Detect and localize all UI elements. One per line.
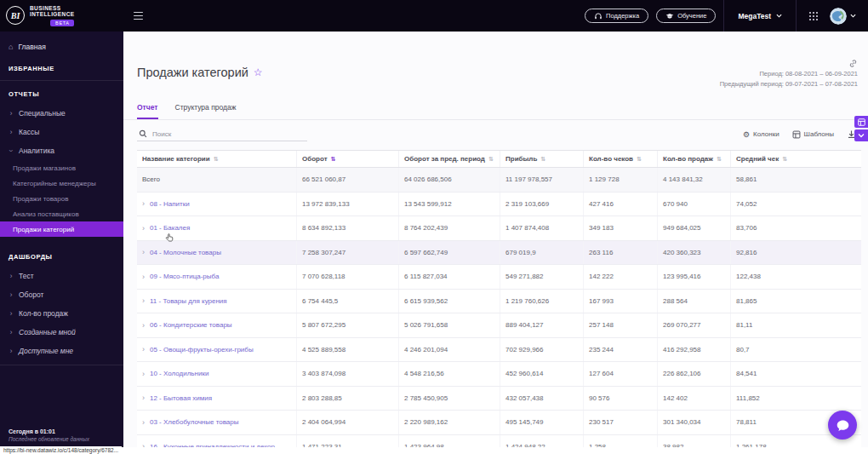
sort-icon[interactable]: ⇅ bbox=[214, 156, 219, 163]
apps-grid-icon[interactable] bbox=[808, 11, 819, 21]
chevron-right-icon[interactable]: › bbox=[142, 442, 145, 447]
chevron-right-icon[interactable]: › bbox=[142, 273, 145, 281]
account-menu[interactable]: MegaTest bbox=[723, 0, 797, 32]
total-label: Всего bbox=[142, 175, 160, 183]
sidebar-subitem[interactable]: Продажи товаров bbox=[0, 191, 123, 206]
chevron-right-icon[interactable]: › bbox=[142, 345, 145, 353]
column-header[interactable]: Название категории⇅ bbox=[137, 151, 297, 167]
last-update-time: Сегодня в 01:01 bbox=[9, 428, 118, 434]
sidebar-item-home[interactable]: ⌂ Главная bbox=[0, 37, 123, 57]
table-row[interactable]: ›06 - Кондитерские товары5 807 672,2955 … bbox=[137, 313, 861, 338]
category-link[interactable]: 03 - Хлебобулочные товары bbox=[150, 418, 239, 426]
category-link[interactable]: 01 - Бакалея bbox=[150, 224, 190, 232]
sidebar-item-dashboard[interactable]: ›Созданные мной bbox=[0, 323, 123, 342]
sort-icon[interactable]: ⇅ bbox=[637, 156, 642, 163]
column-header[interactable]: Кол-во чеков⇅ bbox=[584, 151, 658, 167]
category-link[interactable]: 06 - Кондитерские товары bbox=[150, 321, 232, 329]
report-tab[interactable]: Структура продаж bbox=[175, 103, 237, 119]
templates-button[interactable]: Шаблоны bbox=[792, 130, 834, 139]
category-link[interactable]: 09 - Мясо-птица-рыба bbox=[150, 273, 219, 280]
sidebar-item-dashboard[interactable]: ›Тест bbox=[0, 267, 123, 285]
table-toolbar: ⚙ Колонки Шаблоны bbox=[137, 127, 856, 141]
sort-icon[interactable]: ⇅ bbox=[331, 156, 336, 163]
side-panel-buttons bbox=[854, 116, 868, 141]
chevron-right-icon[interactable]: › bbox=[142, 321, 145, 330]
sidebar-subitem[interactable]: Анализ поставщиков bbox=[0, 206, 123, 221]
previous-period: Предыдущий период: 09-07-2021 – 07-08-20… bbox=[720, 79, 858, 89]
sidebar-subitem[interactable]: Продажи магазинов bbox=[0, 160, 123, 175]
column-header-label: Прибыль bbox=[505, 155, 537, 163]
cell-category: Всего bbox=[137, 168, 297, 192]
category-link[interactable]: 05 - Овощи-фрукты-орехи-грибы bbox=[150, 346, 254, 353]
user-avatar-menu[interactable] bbox=[830, 8, 856, 25]
category-link[interactable]: 08 - Напитки bbox=[150, 200, 190, 208]
chat-widget-button[interactable] bbox=[828, 411, 857, 440]
column-header[interactable]: Прибыль⇅ bbox=[500, 151, 584, 167]
table-row[interactable]: ›16 - Кухонные принадлежности и декор1 4… bbox=[137, 435, 861, 448]
cell-value: 38 982 bbox=[658, 435, 731, 448]
search-input[interactable] bbox=[152, 130, 306, 138]
favorite-star-icon[interactable]: ☆ bbox=[254, 66, 263, 78]
sidebar-item-dashboard[interactable]: ›Оборот bbox=[0, 285, 123, 304]
category-link[interactable]: 04 - Молочные товары bbox=[150, 249, 221, 256]
category-link[interactable]: 11 - Товары для курения bbox=[150, 297, 227, 305]
cell-value: 6 615 939,562 bbox=[399, 290, 500, 313]
sidebar-item-report[interactable]: ›Кассы bbox=[0, 123, 123, 141]
sidebar-item-dashboard[interactable]: ›Доступные мне bbox=[0, 342, 123, 360]
chevron-right-icon[interactable]: › bbox=[142, 418, 145, 427]
columns-button[interactable]: ⚙ Колонки bbox=[743, 130, 779, 139]
training-button[interactable]: Обучение bbox=[656, 9, 716, 23]
cell-value: 288 564 bbox=[658, 290, 731, 313]
table-row[interactable]: ›04 - Молочные товары7 258 307,2476 597 … bbox=[137, 241, 861, 266]
chevron-right-icon[interactable]: › bbox=[142, 394, 145, 402]
menu-toggle-icon[interactable] bbox=[134, 12, 143, 20]
chevron-right-icon[interactable]: › bbox=[142, 370, 145, 378]
table-row[interactable]: ›12 - Бытовая химия2 803 288,852 785 450… bbox=[137, 387, 861, 411]
sidebar-item-report[interactable]: ›Специальные bbox=[0, 104, 123, 123]
cell-value: 111,852 bbox=[731, 387, 812, 411]
cell-value: 7 258 307,247 bbox=[297, 241, 399, 265]
sort-icon[interactable]: ⇅ bbox=[717, 156, 722, 163]
table-row[interactable]: ›01 - Бакалея8 634 892,1338 764 202,4391… bbox=[137, 216, 861, 241]
sort-icon[interactable]: ⇅ bbox=[488, 156, 494, 163]
table-view-button[interactable] bbox=[854, 116, 868, 128]
table-row-total[interactable]: Всего66 521 060,8764 026 686,50611 197 9… bbox=[137, 168, 861, 193]
table-row[interactable]: ›03 - Хлебобулочные товары2 404 064,9942… bbox=[137, 411, 861, 435]
chevron-right-icon[interactable]: › bbox=[142, 199, 145, 208]
category-link[interactable]: 10 - Холодильники bbox=[150, 370, 208, 377]
table-row[interactable]: ›09 - Мясо-птица-рыба7 070 628,1186 115 … bbox=[137, 265, 861, 290]
column-header[interactable]: Кол-во продаж⇅ bbox=[658, 151, 731, 167]
search-box[interactable] bbox=[137, 127, 307, 141]
chevron-right-icon: › bbox=[9, 328, 14, 336]
sidebar-item-dashboard[interactable]: ›Кол-во продаж bbox=[0, 304, 123, 323]
graduation-icon bbox=[665, 12, 674, 20]
sidebar-subitem[interactable]: Категорийные менеджеры bbox=[0, 175, 123, 191]
column-header[interactable]: Оборот за пред. период⇅ bbox=[399, 151, 500, 167]
chevron-right-icon: › bbox=[9, 128, 14, 136]
cell-value: 123 995,416 bbox=[658, 265, 731, 289]
support-button[interactable]: Поддержка bbox=[585, 9, 648, 23]
table-row[interactable]: ›11 - Товары для курения6 754 445,56 615… bbox=[137, 290, 861, 314]
chevron-right-icon[interactable]: › bbox=[142, 296, 145, 305]
sidebar-subitem[interactable]: Продажи категорий bbox=[0, 221, 123, 237]
cell-value: 416 292,958 bbox=[658, 338, 731, 362]
column-header[interactable]: Оборот⇅ bbox=[297, 151, 399, 167]
cell-value: 6 597 662,749 bbox=[399, 241, 500, 265]
sort-icon[interactable]: ⇅ bbox=[782, 156, 787, 163]
chevron-right-icon[interactable]: › bbox=[142, 224, 145, 233]
table-row[interactable]: ›05 - Овощи-фрукты-орехи-грибы4 525 889,… bbox=[137, 338, 861, 363]
app-logo[interactable]: BI BUSINESS INTELLIGENCE BETA bbox=[0, 5, 123, 26]
chevron-right-icon[interactable]: › bbox=[142, 248, 145, 256]
table-row[interactable]: ›08 - Напитки13 972 839,13313 543 599,91… bbox=[137, 193, 861, 217]
sidebar-item-report[interactable]: ›Аналитика bbox=[0, 141, 123, 160]
cell-category: ›08 - Напитки bbox=[137, 193, 297, 216]
category-link[interactable]: 12 - Бытовая химия bbox=[150, 394, 212, 402]
sort-icon[interactable]: ⇅ bbox=[540, 156, 545, 163]
table-row[interactable]: ›10 - Холодильники3 403 874,0984 548 216… bbox=[137, 362, 861, 387]
cell-value: 1 423 964,98 bbox=[399, 435, 500, 448]
report-tab[interactable]: Отчет bbox=[137, 103, 158, 119]
column-header[interactable]: Средний чек⇅ bbox=[731, 151, 812, 167]
category-link[interactable]: 16 - Кухонные принадлежности и декор bbox=[150, 443, 275, 447]
share-link-icon[interactable] bbox=[848, 59, 858, 68]
collapse-panel-button[interactable] bbox=[854, 129, 868, 141]
